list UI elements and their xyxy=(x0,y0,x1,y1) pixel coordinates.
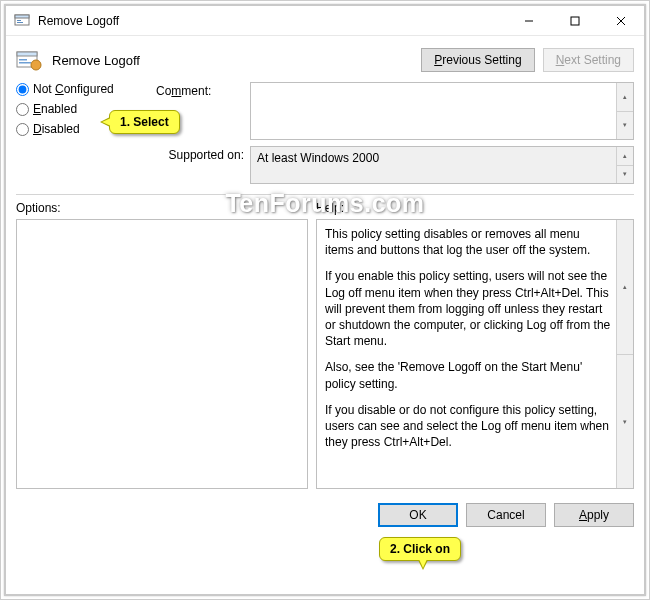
policy-title: Remove Logoff xyxy=(52,53,411,68)
supported-label: Supported on: xyxy=(156,146,244,162)
comment-label: Comment: xyxy=(156,82,244,98)
divider xyxy=(16,194,634,195)
help-text-p1: This policy setting disables or removes … xyxy=(325,226,611,258)
titlebar: Remove Logoff xyxy=(6,6,644,36)
previous-setting-button[interactable]: Previous Setting xyxy=(421,48,534,72)
options-box xyxy=(16,219,308,489)
app-icon xyxy=(14,13,30,29)
window-title: Remove Logoff xyxy=(38,14,506,28)
help-text-p3: Also, see the 'Remove Logoff on the Star… xyxy=(325,359,611,391)
help-scroll[interactable]: ▴▾ xyxy=(616,220,633,488)
apply-button[interactable]: Apply xyxy=(554,503,634,527)
radio-not-configured-input[interactable] xyxy=(16,83,29,96)
help-label: Help: xyxy=(316,201,634,215)
help-text-p2: If you enable this policy setting, users… xyxy=(325,268,611,349)
cancel-button[interactable]: Cancel xyxy=(466,503,546,527)
annotation-1-select: 1. Select xyxy=(109,110,180,134)
svg-point-12 xyxy=(31,60,41,70)
radio-disabled-input[interactable] xyxy=(16,123,29,136)
options-label: Options: xyxy=(16,201,308,215)
svg-rect-3 xyxy=(17,22,23,23)
supported-on-box: At least Windows 2000 ▴▾ xyxy=(250,146,634,184)
policy-icon xyxy=(16,48,42,72)
help-text-p4: If you disable or do not configure this … xyxy=(325,402,611,451)
help-box: This policy setting disables or removes … xyxy=(316,219,634,489)
minimize-button[interactable] xyxy=(506,6,552,35)
svg-rect-9 xyxy=(17,52,37,56)
svg-rect-11 xyxy=(19,62,31,64)
supported-on-text: At least Windows 2000 xyxy=(257,151,379,165)
radio-enabled-input[interactable] xyxy=(16,103,29,116)
next-setting-button: Next Setting xyxy=(543,48,634,72)
maximize-button[interactable] xyxy=(552,6,598,35)
comment-textbox[interactable]: ▴▾ xyxy=(250,82,634,140)
comment-scroll[interactable]: ▴▾ xyxy=(616,83,633,139)
annotation-2-click: 2. Click on xyxy=(379,537,461,561)
svg-rect-5 xyxy=(571,17,579,25)
svg-rect-2 xyxy=(17,20,21,21)
radio-not-configured[interactable]: Not Configured xyxy=(16,82,148,96)
svg-rect-10 xyxy=(19,59,27,61)
supported-scroll[interactable]: ▴▾ xyxy=(616,147,633,183)
svg-rect-1 xyxy=(15,15,29,18)
close-button[interactable] xyxy=(598,6,644,35)
ok-button[interactable]: OK xyxy=(378,503,458,527)
